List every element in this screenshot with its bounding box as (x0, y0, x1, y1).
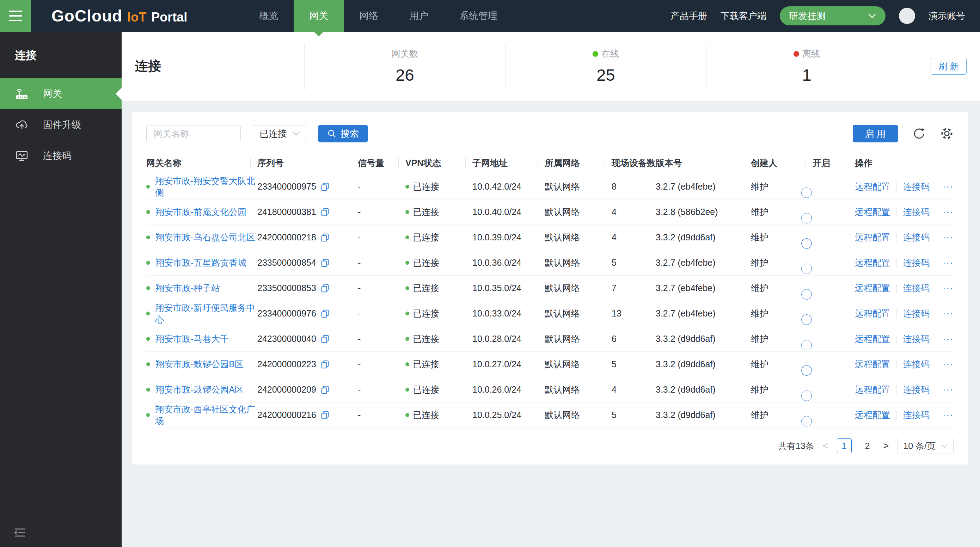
status-dot-icon (146, 362, 150, 366)
network-cell: 默认网络 (545, 384, 612, 396)
gateway-name-link[interactable]: 翔安市政-新圩便民服务中心 (155, 302, 257, 325)
signal-cell: - (358, 283, 406, 293)
gateway-name-link[interactable]: 翔安市政-前庵文化公园 (156, 206, 247, 218)
next-page-arrow[interactable]: > (883, 440, 889, 452)
gateway-name-link[interactable]: 翔安市政-鼓锣公园A区 (156, 384, 243, 396)
version-cell: 3.3.2 (d9dd6af) (656, 334, 751, 344)
copy-icon[interactable] (320, 233, 329, 242)
remote-config-link[interactable]: 远程配置 (855, 181, 890, 192)
connection-code-link[interactable]: 连接码 (903, 181, 929, 192)
copy-icon[interactable] (320, 182, 329, 191)
action-divider (936, 334, 936, 343)
copy-icon[interactable] (320, 284, 329, 293)
gateway-name-link[interactable]: 翔安市政-种子站 (156, 282, 220, 294)
refresh-button[interactable]: 刷 新 (931, 58, 967, 75)
network-cell: 默认网络 (545, 181, 612, 192)
copy-icon[interactable] (320, 410, 329, 420)
copy-icon[interactable] (320, 258, 329, 267)
more-actions-icon[interactable]: ··· (943, 181, 954, 192)
nav-item-system[interactable]: 系统管理 (444, 0, 513, 32)
more-actions-icon[interactable]: ··· (943, 385, 954, 395)
gateway-name-link[interactable]: 翔安市政-西亭社区文化广场 (155, 404, 257, 427)
nav-item-users[interactable]: 用户 (394, 0, 444, 32)
sidebar-collapse-icon[interactable] (12, 526, 27, 539)
page-number-2[interactable]: 2 (860, 439, 875, 453)
connection-code-link[interactable]: 连接码 (903, 257, 929, 269)
gateway-name-link[interactable]: 翔安市政-乌石盘公司北区 (156, 232, 255, 243)
prev-page-arrow[interactable]: < (823, 440, 829, 452)
connection-code-link[interactable]: 连接码 (903, 384, 929, 396)
download-client-link[interactable]: 下载客户端 (721, 10, 766, 22)
remote-config-link[interactable]: 远程配置 (855, 409, 890, 421)
gateway-name-cell: 翔安市政-五星路贡香城 (146, 257, 257, 269)
connection-filter-select[interactable]: 已连接 (253, 125, 306, 142)
remote-config-link[interactable]: 远程配置 (855, 282, 890, 294)
remote-config-link[interactable]: 远程配置 (855, 257, 890, 269)
avatar[interactable] (899, 8, 915, 24)
connection-code-link[interactable]: 连接码 (903, 358, 929, 370)
gateway-name-link[interactable]: 翔安市政-鼓锣公园B区 (156, 358, 243, 370)
refresh-icon[interactable] (913, 127, 925, 140)
gateway-name-link[interactable]: 翔安市政-翔安交警大队北侧 (155, 175, 257, 199)
serial-cell: 242300000040 (257, 334, 358, 344)
copy-icon[interactable] (320, 334, 329, 343)
copy-icon[interactable] (320, 309, 329, 318)
product-manual-link[interactable]: 产品手册 (670, 10, 707, 22)
connection-code-link[interactable]: 连接码 (903, 282, 929, 294)
serial-cell: 242000000209 (257, 385, 358, 395)
nav-item-overview[interactable]: 概览 (243, 0, 294, 32)
sidebar-item-label: 网关 (43, 87, 62, 100)
remote-config-link[interactable]: 远程配置 (855, 232, 890, 243)
copy-icon[interactable] (320, 385, 329, 394)
serial-cell: 233500000853 (257, 283, 358, 293)
serial-number: 242000000223 (257, 359, 316, 369)
connection-code-link[interactable]: 连接码 (903, 308, 929, 319)
remote-config-link[interactable]: 远程配置 (855, 333, 890, 345)
sidebar-item-firmware-upgrade[interactable]: 固件升级 (0, 109, 122, 140)
remote-config-link[interactable]: 远程配置 (855, 206, 890, 218)
account-name[interactable]: 演示账号 (929, 10, 965, 22)
more-actions-icon[interactable]: ··· (943, 334, 954, 344)
page-number-1[interactable]: 1 (837, 439, 852, 453)
search-button[interactable]: 搜索 (318, 125, 368, 142)
more-actions-icon[interactable]: ··· (943, 359, 954, 369)
sidebar-item-connection-code[interactable]: 连接码 (0, 140, 122, 171)
page-size-select[interactable]: 10 条/页 (897, 438, 954, 454)
remote-config-link[interactable]: 远程配置 (855, 308, 890, 319)
gear-icon[interactable] (940, 127, 954, 140)
more-actions-icon[interactable]: ··· (943, 283, 954, 293)
action-divider (896, 258, 897, 267)
gateway-name-link[interactable]: 翔安市政-五星路贡香城 (156, 257, 247, 269)
copy-icon[interactable] (320, 208, 329, 217)
nav-item-network[interactable]: 网络 (344, 0, 394, 32)
nav-item-gateway[interactable]: 网关 (294, 0, 344, 32)
sidebar-item-gateway[interactable]: 网关 (0, 78, 122, 109)
enable-button[interactable]: 启 用 (853, 125, 898, 142)
action-divider (896, 360, 897, 369)
connection-code-link[interactable]: 连接码 (903, 409, 929, 421)
remote-config-link[interactable]: 远程配置 (855, 358, 890, 370)
action-divider (936, 309, 936, 318)
more-actions-icon[interactable]: ··· (943, 207, 954, 217)
more-actions-icon[interactable]: ··· (943, 410, 954, 420)
stat-label: 网关数 (391, 48, 418, 60)
table-row: 翔安市政-五星路贡香城 233500000854 - 已连接 (146, 250, 954, 276)
gateway-name-link[interactable]: 翔安市政-马巷大千 (156, 333, 229, 345)
page-size-value: 10 条/页 (903, 440, 935, 452)
connection-code-link[interactable]: 连接码 (903, 206, 929, 218)
more-actions-icon[interactable]: ··· (943, 232, 954, 242)
more-actions-icon[interactable]: ··· (943, 308, 954, 319)
device-count-cell: 4 (612, 232, 656, 242)
gateway-name-cell: 翔安市政-前庵文化公园 (146, 206, 257, 218)
more-actions-icon[interactable]: ··· (943, 258, 954, 268)
search-input[interactable] (146, 125, 241, 142)
remote-config-link[interactable]: 远程配置 (855, 384, 890, 396)
col-header-enabled: 开启 (813, 157, 855, 169)
environment-selector[interactable]: 研发挂测 (780, 6, 886, 25)
copy-icon[interactable] (320, 360, 329, 369)
stat-value: 1 (802, 65, 811, 84)
hamburger-menu-icon[interactable] (0, 0, 31, 32)
connection-code-link[interactable]: 连接码 (903, 232, 929, 243)
action-divider (896, 284, 897, 293)
connection-code-link[interactable]: 连接码 (903, 333, 929, 345)
